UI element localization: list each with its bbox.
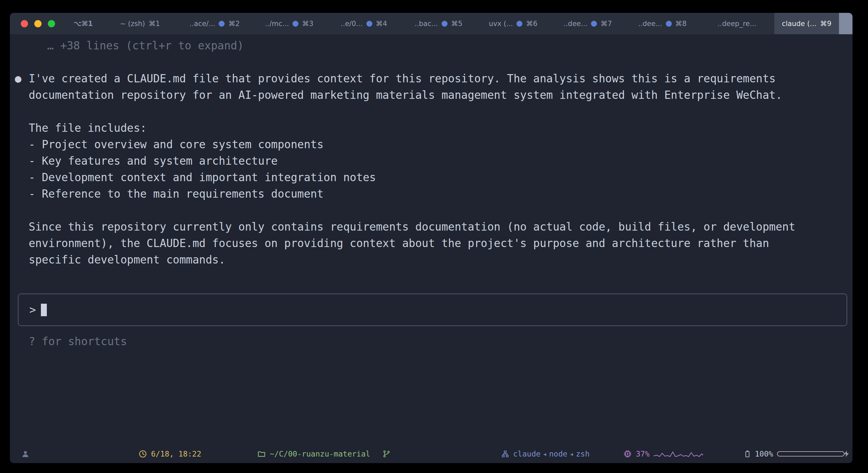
tab-shortcut: ⌘9 — [820, 20, 831, 28]
prompt-input[interactable]: > — [18, 294, 847, 326]
tab-label: claude (... — [782, 20, 816, 28]
list-header-line: The file includes: — [10, 120, 852, 136]
tab-shortcut: ⌘5 — [451, 20, 462, 28]
tab-shortcut: ⌘3 — [302, 20, 313, 28]
tab-label: ~ (zsh) — [120, 20, 145, 28]
status-bar: 6/18, 18:22 ~/C/00-ruanzu-material — [10, 445, 852, 463]
git-indicator — [382, 450, 391, 458]
assistant-message-line: environment), the CLAUDE.md focuses on p… — [10, 235, 852, 252]
message-text: I've created a CLAUDE.md file that provi… — [29, 72, 776, 85]
prompt-symbol: > — [29, 302, 36, 318]
shell-part: zsh — [576, 450, 590, 458]
tab-label: ../mc... — [265, 20, 289, 28]
tab-activity-dot — [219, 21, 225, 27]
clock-indicator: 6/18, 18:22 — [138, 450, 201, 458]
list-item-line: - Project overview and core system compo… — [10, 136, 852, 153]
tab-shortcut: ⌘4 — [376, 20, 387, 28]
list-item-line: - Development context and important inte… — [10, 169, 852, 186]
user-icon — [21, 450, 30, 458]
tab-8[interactable]: ..dee... ⌘8 — [625, 13, 700, 34]
lightning-icon — [843, 450, 850, 458]
shell-chain: claude◂node◂zsh — [513, 450, 590, 458]
cpu-sparkline — [654, 449, 703, 459]
window-shortcut-label: ⌥⌘1 — [73, 20, 93, 28]
tab-3[interactable]: ../mc... ⌘3 — [252, 13, 327, 34]
cpu-indicator: 37% — [623, 449, 703, 459]
user-indicator — [21, 450, 30, 458]
close-window-button[interactable] — [21, 20, 28, 27]
shell-separator: ◂ — [569, 450, 574, 458]
tab-7[interactable]: ..dee... ⌘7 — [550, 13, 625, 34]
text-cursor — [41, 304, 47, 316]
tab-label: ..deep_re... — [718, 20, 756, 28]
assistant-message-line: ●I've created a CLAUDE.md file that prov… — [10, 70, 852, 87]
assistant-message-line: documentation repository for an AI-power… — [10, 87, 852, 103]
tab-label: ..ace/... — [190, 20, 215, 28]
tab-activity-dot — [517, 21, 522, 27]
tab-activity-dot — [442, 21, 447, 27]
tab-activity-dot — [366, 21, 372, 27]
zoom-window-button[interactable] — [48, 20, 55, 27]
tab-shortcut: ⌘7 — [600, 20, 612, 28]
spacer — [10, 103, 852, 120]
assistant-message-line: specific development commands. — [10, 252, 852, 268]
directory-indicator: ~/C/00-ruanzu-material — [257, 450, 370, 458]
git-branch-icon — [382, 450, 391, 458]
cpu-chip-icon — [623, 450, 632, 458]
tab-claude-active[interactable]: claude (... ⌘9 — [774, 13, 839, 34]
status-time: 6/18, 18:22 — [151, 450, 201, 458]
tab-label: ..dee... — [564, 20, 588, 28]
shell-part: claude — [513, 450, 540, 458]
terminal-window: ⌥⌘1 ~ (zsh) ⌘1 ..ace/... ⌘2 ../mc... ⌘3 … — [10, 13, 852, 463]
tab-4[interactable]: ..e/0... ⌘4 — [327, 13, 401, 34]
tab-uvx[interactable]: uvx (... ⌘6 — [476, 13, 550, 34]
cpu-percent: 37% — [636, 450, 650, 458]
collapsed-output-line[interactable]: … +38 lines (ctrl+r to expand) — [10, 38, 852, 54]
window-controls — [21, 20, 55, 27]
process-tree-icon — [501, 450, 509, 458]
shell-part: node — [549, 450, 567, 458]
tab-activity-dot — [292, 21, 299, 27]
tab-2[interactable]: ..ace/... ⌘2 — [178, 13, 252, 34]
status-path: ~/C/00-ruanzu-material — [270, 450, 370, 458]
minimize-window-button[interactable] — [34, 20, 41, 27]
tab-shortcut: ⌘1 — [149, 20, 160, 28]
tab-label: ..e/0... — [341, 20, 363, 28]
tab-bar: ⌥⌘1 ~ (zsh) ⌘1 ..ace/... ⌘2 ../mc... ⌘3 … — [10, 13, 852, 34]
battery-percent: 100% — [755, 450, 773, 458]
tab-shortcut: ⌘8 — [675, 20, 687, 28]
tab-shortcut: ⌘2 — [228, 20, 240, 28]
tab-bar-overflow[interactable] — [839, 13, 852, 34]
tab-activity-dot — [666, 21, 672, 27]
spacer — [10, 54, 852, 70]
list-item-line: - Reference to the main requirements doc… — [10, 186, 852, 202]
battery-indicator: 100% — [744, 450, 845, 458]
tab-activity-dot — [591, 21, 597, 27]
spacer — [10, 202, 852, 219]
message-bullet: ● — [15, 70, 22, 87]
folder-icon — [257, 450, 266, 458]
terminal-content: … +38 lines (ctrl+r to expand) ●I've cre… — [10, 34, 852, 445]
list-item-line: - Key features and system architecture — [10, 153, 852, 169]
tab-zsh[interactable]: ~ (zsh) ⌘1 — [102, 13, 177, 34]
shell-indicator: claude◂node◂zsh — [501, 450, 590, 458]
tab-deep-re[interactable]: ..deep_re... — [700, 13, 774, 34]
assistant-message-line: Since this repository currently only con… — [10, 219, 852, 235]
battery-icon — [744, 450, 751, 458]
shortcuts-hint: ? for shortcuts — [10, 333, 852, 350]
battery-gauge — [777, 451, 845, 457]
shell-separator: ◂ — [542, 450, 547, 458]
tab-label: ..bac... — [414, 20, 438, 28]
power-indicator — [843, 450, 850, 458]
tab-label: ..dee... — [638, 20, 662, 28]
tab-strip: ~ (zsh) ⌘1 ..ace/... ⌘2 ../mc... ⌘3 ..e/… — [102, 13, 839, 34]
tab-label: uvx (... — [489, 20, 513, 28]
tab-shortcut: ⌘6 — [526, 20, 537, 28]
clock-icon — [138, 450, 147, 458]
tab-5[interactable]: ..bac... ⌘5 — [401, 13, 475, 34]
